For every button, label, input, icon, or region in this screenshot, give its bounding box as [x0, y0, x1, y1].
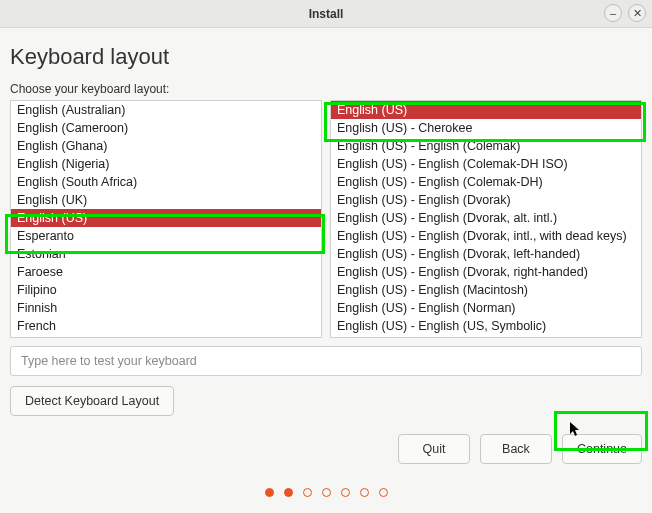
progress-dot [322, 488, 331, 497]
layout-item[interactable]: English (Ghana) [11, 137, 321, 155]
window-controls: – ✕ [604, 4, 646, 22]
variant-item[interactable]: English (US) - English (Colemak-DH ISO) [331, 155, 641, 173]
variant-item[interactable]: English (US) - English (US, Symbolic) [331, 317, 641, 335]
variant-item[interactable]: English (US) [331, 101, 641, 119]
close-button[interactable]: ✕ [628, 4, 646, 22]
progress-dot [341, 488, 350, 497]
variant-item[interactable]: English (US) - English (US, alt. intl.) [331, 335, 641, 338]
layout-item[interactable]: English (UK) [11, 191, 321, 209]
detect-row: Detect Keyboard Layout [0, 382, 652, 420]
progress-dots [0, 464, 652, 497]
progress-dot [360, 488, 369, 497]
layout-item[interactable]: Filipino [11, 281, 321, 299]
test-row [0, 338, 652, 382]
page-title: Keyboard layout [0, 28, 652, 78]
variant-item[interactable]: English (US) - English (Dvorak, intl., w… [331, 227, 641, 245]
layout-item[interactable]: Esperanto [11, 227, 321, 245]
detect-layout-button[interactable]: Detect Keyboard Layout [10, 386, 174, 416]
variant-item[interactable]: English (US) - Cherokee [331, 119, 641, 137]
variant-item[interactable]: English (US) - English (Macintosh) [331, 281, 641, 299]
instruction-label: Choose your keyboard layout: [0, 78, 652, 100]
variant-item[interactable]: English (US) - English (Dvorak, right-ha… [331, 263, 641, 281]
layout-item[interactable]: Finnish [11, 299, 321, 317]
keyboard-test-input[interactable] [10, 346, 642, 376]
nav-row: Quit Back Continue [0, 420, 652, 464]
layout-item[interactable]: English (Nigeria) [11, 155, 321, 173]
layout-item[interactable]: English (US) [11, 209, 321, 227]
variant-item[interactable]: English (US) - English (Dvorak, left-han… [331, 245, 641, 263]
layout-lists: English (Australian)English (Cameroon)En… [0, 100, 652, 338]
layout-item[interactable]: English (Australian) [11, 101, 321, 119]
variant-item[interactable]: English (US) - English (Dvorak, alt. int… [331, 209, 641, 227]
layout-item[interactable]: English (South Africa) [11, 173, 321, 191]
minimize-button[interactable]: – [604, 4, 622, 22]
progress-dot [284, 488, 293, 497]
titlebar: Install – ✕ [0, 0, 652, 28]
quit-button[interactable]: Quit [398, 434, 470, 464]
window-title: Install [309, 7, 344, 21]
variant-item[interactable]: English (US) - English (Colemak) [331, 137, 641, 155]
layout-item[interactable]: Estonian [11, 245, 321, 263]
variant-item[interactable]: English (US) - English (Colemak-DH) [331, 173, 641, 191]
layout-list[interactable]: English (Australian)English (Cameroon)En… [10, 100, 322, 338]
back-button[interactable]: Back [480, 434, 552, 464]
progress-dot [265, 488, 274, 497]
layout-item[interactable]: English (Cameroon) [11, 119, 321, 137]
variant-item[interactable]: English (US) - English (Norman) [331, 299, 641, 317]
progress-dot [379, 488, 388, 497]
layout-item[interactable]: French [11, 317, 321, 335]
continue-button[interactable]: Continue [562, 434, 642, 464]
variant-item[interactable]: English (US) - English (Dvorak) [331, 191, 641, 209]
variant-list[interactable]: English (US)English (US) - CherokeeEngli… [330, 100, 642, 338]
progress-dot [303, 488, 312, 497]
layout-item[interactable]: Faroese [11, 263, 321, 281]
